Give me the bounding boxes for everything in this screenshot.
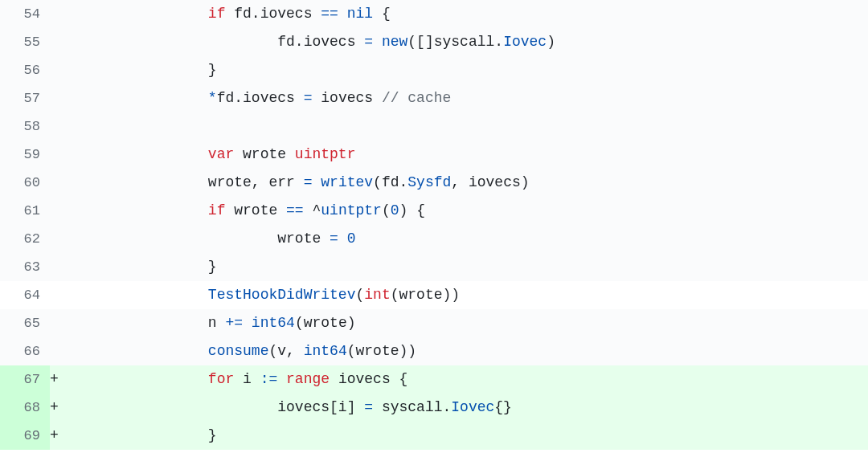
code-token: 0 xyxy=(391,202,399,218)
line-number: 69 xyxy=(0,422,50,450)
code-token: int xyxy=(364,287,390,303)
code-line[interactable]: 62 wrote = 0 xyxy=(0,225,868,253)
code-token: := xyxy=(260,371,278,387)
code-token: range xyxy=(286,371,330,387)
code-token: (v, xyxy=(268,343,303,359)
code-token: } xyxy=(69,62,217,78)
code-content[interactable]: consume(v, int64(wrote)) xyxy=(69,337,868,365)
code-token xyxy=(69,146,208,162)
code-token: if xyxy=(208,6,226,22)
code-line[interactable]: 55 fd.iovecs = new([]syscall.Iovec) xyxy=(0,28,868,56)
code-token xyxy=(69,202,208,218)
code-line[interactable]: 56 } xyxy=(0,56,868,84)
code-line[interactable]: 57 *fd.iovecs = iovecs // cache xyxy=(0,84,868,112)
code-content[interactable]: var wrote uintptr xyxy=(69,141,868,169)
code-token: consume xyxy=(208,343,269,359)
code-token: iovecs xyxy=(312,90,381,106)
code-content[interactable]: wrote = 0 xyxy=(69,225,868,253)
line-number: 66 xyxy=(0,337,50,365)
code-line[interactable]: 58 xyxy=(0,112,868,141)
code-line[interactable]: 63 } xyxy=(0,253,868,281)
code-content[interactable]: } xyxy=(69,253,868,281)
code-token xyxy=(69,6,208,22)
code-token: wrote xyxy=(225,202,286,218)
code-token xyxy=(69,343,208,359)
code-token: (wrote)) xyxy=(347,343,416,359)
code-token xyxy=(277,371,286,387)
code-content[interactable]: fd.iovecs = new([]syscall.Iovec) xyxy=(69,28,868,56)
code-token: Iovec xyxy=(451,399,494,415)
code-token: ( xyxy=(355,287,364,303)
code-token: ^ xyxy=(304,202,321,218)
code-content[interactable]: } xyxy=(69,422,868,450)
code-token: int64 xyxy=(304,343,347,359)
line-number: 61 xyxy=(0,197,50,225)
code-content[interactable]: for i := range iovecs { xyxy=(69,365,868,394)
code-token xyxy=(69,371,208,387)
code-content[interactable]: wrote, err = writev(fd.Sysfd, iovecs) xyxy=(69,169,868,197)
code-token xyxy=(312,174,321,190)
code-line[interactable]: 60 wrote, err = writev(fd.Sysfd, iovecs) xyxy=(0,169,868,197)
line-number: 55 xyxy=(0,28,50,56)
code-token: ( xyxy=(382,202,391,218)
code-token: fd.iovecs xyxy=(69,34,364,50)
code-token: = xyxy=(364,34,373,50)
code-content[interactable]: iovecs[i] = syscall.Iovec{} xyxy=(69,394,868,422)
code-token: == xyxy=(286,202,304,218)
code-line[interactable]: 67+ for i := range iovecs { xyxy=(0,365,868,394)
diff-marker: + xyxy=(50,394,69,422)
code-token: int64 xyxy=(252,315,295,331)
code-token: (wrote)) xyxy=(391,287,460,303)
code-token: } xyxy=(69,427,217,443)
code-content[interactable]: n += int64(wrote) xyxy=(69,309,868,337)
code-token: ([]syscall. xyxy=(407,34,503,50)
code-line[interactable]: 59 var wrote uintptr xyxy=(0,141,868,169)
code-content[interactable]: if fd.iovecs == nil { xyxy=(69,0,868,28)
code-line[interactable]: 68+ iovecs[i] = syscall.Iovec{} xyxy=(0,394,868,422)
code-token: == xyxy=(321,6,338,22)
diff-marker: + xyxy=(50,422,69,450)
code-token: wrote xyxy=(69,231,330,247)
line-number: 68 xyxy=(0,394,50,422)
line-number: 67 xyxy=(0,365,50,394)
line-number: 56 xyxy=(0,56,50,84)
line-number: 60 xyxy=(0,169,50,197)
code-token: ) { xyxy=(399,202,425,218)
line-number: 62 xyxy=(0,225,50,253)
code-token: } xyxy=(69,259,217,275)
code-token: fd.iovecs xyxy=(225,6,321,22)
code-content[interactable]: if wrote == ^uintptr(0) { xyxy=(69,197,868,225)
code-token: {} xyxy=(494,399,512,415)
code-token: nil xyxy=(347,6,373,22)
code-line[interactable]: 64 TestHookDidWritev(int(wrote)) xyxy=(0,281,868,309)
code-token xyxy=(373,34,382,50)
code-line[interactable]: 69+ } xyxy=(0,422,868,450)
code-token: new xyxy=(382,34,407,50)
line-number: 63 xyxy=(0,253,50,281)
code-token: = xyxy=(304,174,313,190)
diff-view: 54 if fd.iovecs == nil {55 fd.iovecs = n… xyxy=(0,0,868,450)
code-token: syscall. xyxy=(373,399,451,415)
code-token: { xyxy=(373,6,391,22)
line-number: 57 xyxy=(0,84,50,112)
code-token: uintptr xyxy=(295,146,356,162)
code-token xyxy=(243,315,252,331)
code-line[interactable]: 66 consume(v, int64(wrote)) xyxy=(0,337,868,365)
code-token: uintptr xyxy=(321,202,382,218)
code-line[interactable]: 61 if wrote == ^uintptr(0) { xyxy=(0,197,868,225)
code-token: Sysfd xyxy=(407,174,451,190)
code-content[interactable]: } xyxy=(69,56,868,84)
code-token: fd.iovecs xyxy=(217,90,304,106)
code-line[interactable]: 65 n += int64(wrote) xyxy=(0,309,868,337)
code-token: Iovec xyxy=(503,34,547,50)
line-number: 54 xyxy=(0,0,50,28)
code-token: (fd. xyxy=(373,174,407,190)
code-token: wrote xyxy=(234,146,295,162)
line-number: 65 xyxy=(0,309,50,337)
code-content[interactable]: *fd.iovecs = iovecs // cache xyxy=(69,84,868,112)
code-token: iovecs[i] xyxy=(69,399,364,415)
code-token: 0 xyxy=(347,231,356,247)
code-line[interactable]: 54 if fd.iovecs == nil { xyxy=(0,0,868,28)
code-token: = xyxy=(304,90,313,106)
code-content[interactable]: TestHookDidWritev(int(wrote)) xyxy=(69,281,868,309)
